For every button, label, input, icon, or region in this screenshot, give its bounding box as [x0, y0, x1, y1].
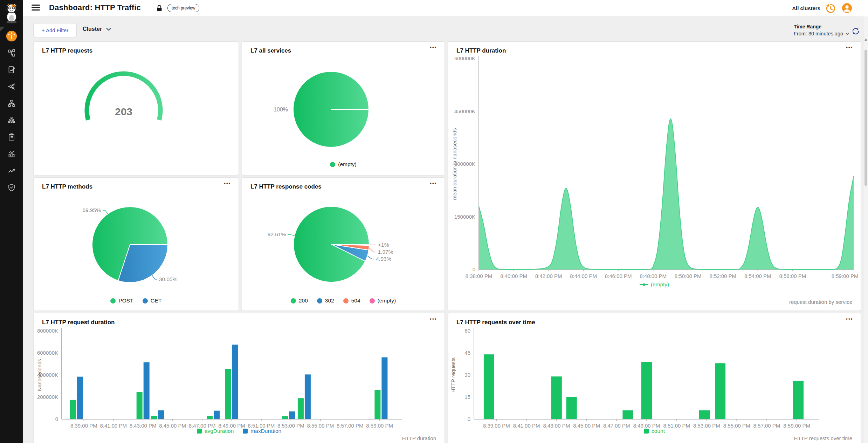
scroll-up-arrow[interactable] [864, 38, 867, 41]
legend-marker [197, 429, 202, 434]
vertical-scrollbar[interactable] [863, 16, 868, 443]
chart-legend: POSTGET [34, 298, 239, 304]
legend-marker [243, 429, 248, 434]
svg-text:8:52:00 PM: 8:52:00 PM [709, 273, 736, 279]
trend-arrow-icon [7, 166, 16, 175]
panel-l7-http-methods: L7 HTTP methods ••• 30.05%69.95% POSTGET [33, 177, 239, 311]
svg-text:69.95%: 69.95% [82, 207, 101, 213]
scrollbar-thumb[interactable] [864, 50, 867, 186]
legend-item[interactable]: 302 [317, 298, 334, 304]
pie-chart-response-codes: <1%1.97%4.93%92.61% [242, 178, 445, 311]
panel-title: L7 HTTP requests over time [456, 319, 535, 326]
sidebar-item-trending[interactable] [6, 165, 18, 176]
panel-menu-button[interactable]: ••• [430, 180, 437, 186]
svg-text:30: 30 [464, 372, 470, 378]
hamburger-menu-icon[interactable] [32, 5, 40, 12]
app-root: Dashboard: HTTP Traffic tech preview All… [0, 0, 868, 443]
panel-l7-http-requests-over-time: L7 HTTP requests over time ••• 015304560… [448, 313, 861, 443]
legend-label: 504 [351, 298, 360, 304]
legend-item[interactable]: (empty) [640, 281, 669, 288]
chevron-down-icon [106, 28, 111, 31]
panel-l7-http-requests: L7 HTTP requests 203 [33, 41, 239, 175]
svg-text:92.61%: 92.61% [268, 231, 286, 237]
svg-text:8:56:00 PM: 8:56:00 PM [779, 273, 806, 279]
time-range-control[interactable]: Time Range From: 30 minutes ago [794, 24, 849, 36]
legend-label: count [652, 428, 665, 434]
panel-menu-button[interactable]: ••• [224, 180, 231, 186]
legend-item[interactable]: (empty) [330, 161, 357, 168]
molecule-icon [7, 82, 16, 91]
document-edit-icon [7, 66, 16, 74]
legend-label: GET [151, 298, 162, 304]
svg-text:100%: 100% [274, 107, 288, 113]
legend-item[interactable]: 504 [343, 298, 360, 304]
svg-text:8:46:00 PM: 8:46:00 PM [605, 273, 632, 279]
panel-l7-http-duration: L7 HTTP duration ••• 0150000K300000K4500… [448, 41, 861, 311]
sidebar-item-flow-logs[interactable] [6, 64, 18, 75]
svg-text:mean duration in nanoseconds: mean duration in nanoseconds [452, 128, 457, 200]
panel-menu-button[interactable]: ••• [846, 316, 853, 321]
pie-chart-http-methods: 30.05%69.95% [34, 178, 239, 311]
sidebar [0, 0, 23, 443]
panel-footer: HTTP requests over time [794, 435, 852, 441]
legend-marker [330, 162, 335, 167]
svg-text:203: 203 [115, 106, 132, 117]
svg-text:HTTP requests: HTTP requests [450, 357, 456, 393]
panel-footer: HTTP duration [402, 435, 436, 441]
legend-label: 200 [299, 298, 308, 304]
legend-label: 302 [325, 298, 334, 304]
lock-icon [156, 5, 163, 13]
panel-menu-button[interactable]: ••• [430, 45, 437, 50]
sidebar-item-security[interactable] [6, 182, 18, 192]
history-icon[interactable] [825, 3, 836, 14]
sidebar-item-statistics[interactable] [6, 149, 18, 159]
svg-text:60: 60 [464, 328, 470, 334]
panel-l7-http-response-codes: L7 HTTP response codes ••• <1%1.97%4.93%… [242, 177, 445, 311]
legend-item[interactable]: 200 [291, 298, 308, 304]
page-title: Dashboard: HTTP Traffic [49, 3, 141, 12]
user-avatar[interactable] [842, 3, 852, 13]
panel-title: L7 HTTP response codes [250, 183, 322, 190]
add-filter-button[interactable]: + Add Filter [33, 23, 77, 37]
topbar: Dashboard: HTTP Traffic tech preview All… [23, 0, 868, 17]
svg-text:600000K: 600000K [454, 55, 475, 61]
sidebar-item-clusters[interactable] [6, 115, 18, 125]
pie-chart-all-services: 100% [242, 42, 445, 175]
legend-item[interactable]: GET [143, 298, 162, 304]
sidebar-item-compliance[interactable] [6, 132, 18, 142]
bar-chart-request-duration: 0200000K400000K600000K800000K8:39:00 PM8… [34, 313, 445, 443]
svg-text:15: 15 [464, 394, 470, 400]
legend-label: avgDuration [205, 428, 234, 434]
sidebar-item-service-graph[interactable] [6, 48, 18, 58]
sidebar-item-dashboard-active[interactable] [6, 31, 18, 41]
legend-item[interactable]: count [644, 428, 665, 434]
legend-item[interactable]: avgDuration [197, 428, 234, 434]
svg-text:<1%: <1% [378, 242, 389, 248]
panel-title: L7 all services [250, 47, 291, 54]
svg-text:8:48:00 PM: 8:48:00 PM [640, 273, 667, 279]
cluster-filter-dropdown[interactable]: Cluster [83, 26, 111, 32]
panel-l7-http-request-duration: L7 HTTP request duration ••• 0200000K400… [33, 313, 445, 443]
chart-legend: (empty) [448, 281, 861, 288]
time-range-label: Time Range [794, 24, 849, 29]
legend-label: (empty) [651, 281, 669, 288]
panel-menu-button[interactable]: ••• [846, 45, 853, 50]
panel-menu-button[interactable]: ••• [430, 316, 437, 321]
chart-legend: 200302504(empty) [242, 298, 445, 304]
legend-marker [644, 429, 649, 434]
topology-icon [7, 49, 16, 57]
sidebar-item-connections[interactable] [6, 81, 18, 91]
panel-l7-all-services: L7 all services ••• 100% (empty) [242, 41, 445, 175]
sidebar-nav [0, 31, 23, 192]
area-chart-http-duration: 0150000K300000K450000K600000K8:38:00 PM8… [448, 42, 861, 311]
cluster-filter-label: Cluster [83, 26, 102, 32]
legend-item[interactable]: POST [110, 298, 133, 304]
legend-item[interactable]: (empty) [370, 298, 396, 304]
refresh-icon[interactable] [851, 27, 860, 36]
sidebar-item-network-topology[interactable] [6, 98, 18, 108]
legend-item[interactable]: maxDuration [243, 428, 281, 434]
calico-cat-logo[interactable] [3, 4, 20, 24]
shield-check-icon [7, 183, 16, 192]
network-tree-icon [7, 99, 16, 108]
panel-footer: request duration by service [789, 299, 852, 305]
